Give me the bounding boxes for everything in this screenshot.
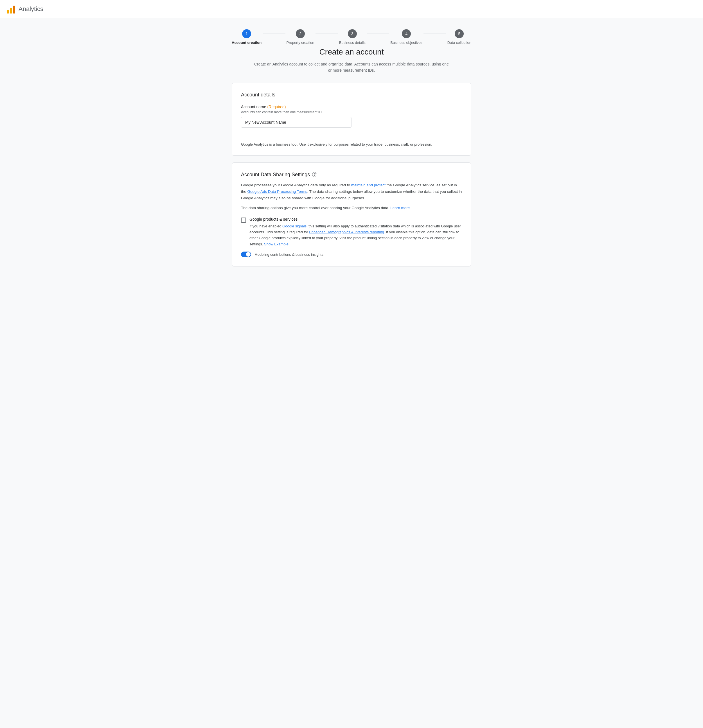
- google-products-checkbox[interactable]: [241, 218, 246, 222]
- show-example-link[interactable]: Show Example: [264, 242, 288, 246]
- step-4-circle: 4: [402, 29, 411, 38]
- step-2-circle: 2: [296, 29, 305, 38]
- enhanced-demographics-link[interactable]: Enhanced Demographics & Interests report…: [309, 230, 384, 234]
- modeled-row: Modeling contributions & business insigh…: [241, 251, 462, 257]
- step-5-label: Data collection: [447, 40, 471, 45]
- account-name-hint: Accounts can contain more than one measu…: [241, 110, 462, 114]
- logo-bar-1: [7, 10, 9, 13]
- account-name-label: Account name (Required): [241, 105, 462, 109]
- google-products-label-container: Google products & services If you have e…: [249, 217, 462, 247]
- step-4-label: Business objectives: [390, 40, 422, 45]
- step-3-label: Business details: [339, 40, 366, 45]
- step-connector-3: [367, 33, 389, 33]
- logo-bar-3: [13, 6, 15, 13]
- logo-bar-2: [10, 8, 12, 13]
- ads-terms-link[interactable]: Google Ads Data Processing Terms: [247, 189, 307, 194]
- step-3: 3 Business details: [339, 29, 366, 45]
- google-products-desc: If you have enabled Google signals, this…: [249, 223, 462, 247]
- app-title: Analytics: [19, 5, 43, 13]
- analytics-logo: [7, 4, 15, 13]
- business-notice: Google Analytics is a business tool. Use…: [241, 136, 462, 146]
- step-4: 4 Business objectives: [390, 29, 422, 45]
- step-connector-1: [263, 33, 285, 33]
- step-connector-2: [315, 33, 338, 33]
- help-icon[interactable]: ?: [312, 172, 317, 177]
- step-5: 5 Data collection: [447, 29, 471, 45]
- modeled-label: Modeling contributions & business insigh…: [255, 253, 323, 257]
- maintain-protect-link[interactable]: maintain and protect: [351, 183, 386, 187]
- page-title: Create an account: [232, 48, 471, 56]
- step-1-circle: 1: [242, 29, 251, 38]
- page-description: Create an Analytics account to collect a…: [253, 61, 450, 74]
- step-2: 2 Property creation: [286, 29, 314, 45]
- main-content: 1 Account creation 2 Property creation 3…: [225, 18, 478, 285]
- google-products-checkbox-row: Google products & services If you have e…: [241, 217, 462, 247]
- learn-more-link[interactable]: Learn more: [390, 206, 410, 210]
- step-1-label: Account creation: [232, 40, 262, 45]
- account-details-card: Account details Account name (Required) …: [232, 82, 471, 156]
- modeled-toggle[interactable]: [241, 251, 251, 257]
- account-details-title: Account details: [241, 92, 462, 98]
- required-marker: (Required): [267, 105, 286, 109]
- google-signals-link[interactable]: Google signals: [282, 224, 307, 228]
- step-connector-4: [424, 33, 446, 33]
- step-5-circle: 5: [455, 29, 464, 38]
- stepper: 1 Account creation 2 Property creation 3…: [232, 29, 471, 45]
- step-3-circle: 3: [348, 29, 357, 38]
- data-sharing-header: Account Data Sharing Settings ?: [241, 172, 462, 178]
- data-sharing-title: Account Data Sharing Settings: [241, 172, 310, 178]
- data-sharing-card: Account Data Sharing Settings ? Google p…: [232, 162, 471, 267]
- sharing-description-2: The data sharing options give you more c…: [241, 205, 462, 211]
- sharing-description-1: Google processes your Google Analytics d…: [241, 182, 462, 202]
- account-name-input[interactable]: [241, 117, 352, 128]
- page-heading: Create an account Create an Analytics ac…: [232, 48, 471, 74]
- google-products-label: Google products & services: [249, 217, 462, 221]
- step-1: 1 Account creation: [232, 29, 262, 45]
- step-2-label: Property creation: [286, 40, 314, 45]
- app-header: Analytics: [0, 0, 703, 18]
